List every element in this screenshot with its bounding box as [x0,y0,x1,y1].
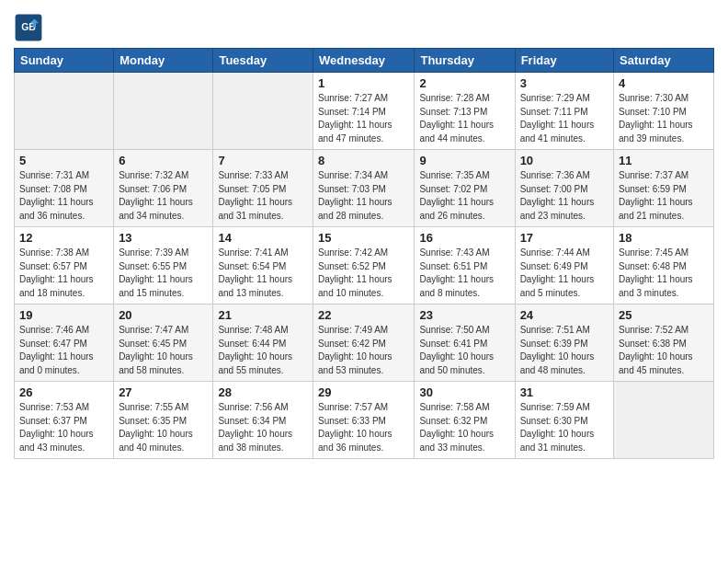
calendar-header-row: SundayMondayTuesdayWednesdayThursdayFrid… [15,49,714,73]
day-number: 10 [520,154,609,167]
calendar-cell: 17Sunrise: 7:44 AM Sunset: 6:49 PM Dayli… [515,227,613,304]
calendar-week-row: 1Sunrise: 7:27 AM Sunset: 7:14 PM Daylig… [15,73,714,150]
day-number: 8 [318,154,409,167]
calendar-cell: 19Sunrise: 7:46 AM Sunset: 6:47 PM Dayli… [15,304,114,382]
day-number: 1 [318,76,409,90]
calendar-cell: 20Sunrise: 7:47 AM Sunset: 6:45 PM Dayli… [114,304,213,382]
calendar-cell: 22Sunrise: 7:49 AM Sunset: 6:42 PM Dayli… [313,304,415,382]
calendar-cell: 7Sunrise: 7:33 AM Sunset: 7:05 PM Daylig… [213,150,313,227]
day-number: 2 [419,76,509,90]
day-number: 3 [520,76,609,90]
calendar-cell: 4Sunrise: 7:30 AM Sunset: 7:10 PM Daylig… [614,73,714,150]
day-number: 20 [119,308,208,322]
calendar-cell: 14Sunrise: 7:41 AM Sunset: 6:54 PM Dayli… [213,227,313,304]
day-info: Sunrise: 7:47 AM Sunset: 6:45 PM Dayligh… [119,324,208,377]
day-info: Sunrise: 7:37 AM Sunset: 6:59 PM Dayligh… [619,169,709,223]
calendar-cell: 1Sunrise: 7:27 AM Sunset: 7:14 PM Daylig… [313,73,415,150]
calendar-cell: 30Sunrise: 7:58 AM Sunset: 6:32 PM Dayli… [415,382,515,459]
calendar-cell: 27Sunrise: 7:55 AM Sunset: 6:35 PM Dayli… [114,382,213,459]
day-info: Sunrise: 7:34 AM Sunset: 7:03 PM Dayligh… [318,169,409,223]
day-info: Sunrise: 7:56 AM Sunset: 6:34 PM Dayligh… [218,401,308,454]
day-number: 22 [318,308,409,322]
calendar-day-header: Saturday [614,49,714,73]
calendar-cell: 24Sunrise: 7:51 AM Sunset: 6:39 PM Dayli… [515,304,613,382]
calendar-day-header: Thursday [415,49,515,73]
calendar-cell [15,73,114,150]
day-number: 29 [318,385,409,399]
calendar-cell: 6Sunrise: 7:32 AM Sunset: 7:06 PM Daylig… [114,150,213,227]
calendar-cell: 10Sunrise: 7:36 AM Sunset: 7:00 PM Dayli… [515,150,613,227]
day-info: Sunrise: 7:57 AM Sunset: 6:33 PM Dayligh… [318,401,409,454]
day-info: Sunrise: 7:49 AM Sunset: 6:42 PM Dayligh… [318,324,409,377]
calendar-cell: 5Sunrise: 7:31 AM Sunset: 7:08 PM Daylig… [15,150,114,227]
day-info: Sunrise: 7:36 AM Sunset: 7:00 PM Dayligh… [520,169,609,223]
calendar-cell [114,73,213,150]
day-info: Sunrise: 7:55 AM Sunset: 6:35 PM Dayligh… [119,401,208,454]
day-number: 13 [119,231,208,245]
calendar-cell: 11Sunrise: 7:37 AM Sunset: 6:59 PM Dayli… [614,150,714,227]
day-info: Sunrise: 7:58 AM Sunset: 6:32 PM Dayligh… [419,401,509,454]
day-number: 4 [619,76,709,90]
calendar-week-row: 5Sunrise: 7:31 AM Sunset: 7:08 PM Daylig… [15,150,714,227]
day-info: Sunrise: 7:38 AM Sunset: 6:57 PM Dayligh… [19,247,108,300]
day-number: 16 [419,231,509,245]
day-number: 9 [419,154,509,167]
day-info: Sunrise: 7:33 AM Sunset: 7:05 PM Dayligh… [218,169,308,223]
day-number: 15 [318,231,409,245]
calendar-cell: 26Sunrise: 7:53 AM Sunset: 6:37 PM Dayli… [15,382,114,459]
day-number: 17 [520,231,609,245]
day-info: Sunrise: 7:31 AM Sunset: 7:08 PM Dayligh… [19,169,108,223]
day-info: Sunrise: 7:41 AM Sunset: 6:54 PM Dayligh… [218,247,308,300]
day-number: 12 [19,231,108,245]
day-info: Sunrise: 7:59 AM Sunset: 6:30 PM Dayligh… [520,401,609,454]
day-info: Sunrise: 7:53 AM Sunset: 6:37 PM Dayligh… [19,401,108,454]
day-number: 11 [619,154,709,167]
calendar-cell: 28Sunrise: 7:56 AM Sunset: 6:34 PM Dayli… [213,382,313,459]
calendar-week-row: 26Sunrise: 7:53 AM Sunset: 6:37 PM Dayli… [15,382,714,459]
day-info: Sunrise: 7:32 AM Sunset: 7:06 PM Dayligh… [119,169,208,223]
calendar-cell: 25Sunrise: 7:52 AM Sunset: 6:38 PM Dayli… [614,304,714,382]
logo-icon: GB [14,13,43,42]
page-header: GB [14,9,714,42]
calendar-week-row: 12Sunrise: 7:38 AM Sunset: 6:57 PM Dayli… [15,227,714,304]
calendar-cell: 12Sunrise: 7:38 AM Sunset: 6:57 PM Dayli… [15,227,114,304]
day-number: 31 [520,385,609,399]
calendar-cell: 9Sunrise: 7:35 AM Sunset: 7:02 PM Daylig… [415,150,515,227]
day-info: Sunrise: 7:27 AM Sunset: 7:14 PM Dayligh… [318,92,409,145]
calendar-cell [213,73,313,150]
calendar-day-header: Friday [515,49,613,73]
calendar-day-header: Sunday [15,49,114,73]
calendar-cell: 23Sunrise: 7:50 AM Sunset: 6:41 PM Dayli… [415,304,515,382]
day-number: 25 [619,308,709,322]
calendar-cell: 2Sunrise: 7:28 AM Sunset: 7:13 PM Daylig… [415,73,515,150]
day-info: Sunrise: 7:44 AM Sunset: 6:49 PM Dayligh… [520,247,609,300]
day-info: Sunrise: 7:45 AM Sunset: 6:48 PM Dayligh… [619,247,709,300]
day-number: 14 [218,231,308,245]
logo: GB [14,13,47,42]
calendar: SundayMondayTuesdayWednesdayThursdayFrid… [14,48,714,459]
day-number: 28 [218,385,308,399]
calendar-cell: 16Sunrise: 7:43 AM Sunset: 6:51 PM Dayli… [415,227,515,304]
calendar-cell: 31Sunrise: 7:59 AM Sunset: 6:30 PM Dayli… [515,382,613,459]
day-info: Sunrise: 7:29 AM Sunset: 7:11 PM Dayligh… [520,92,609,145]
calendar-cell: 29Sunrise: 7:57 AM Sunset: 6:33 PM Dayli… [313,382,415,459]
calendar-cell: 21Sunrise: 7:48 AM Sunset: 6:44 PM Dayli… [213,304,313,382]
calendar-cell: 8Sunrise: 7:34 AM Sunset: 7:03 PM Daylig… [313,150,415,227]
day-info: Sunrise: 7:50 AM Sunset: 6:41 PM Dayligh… [419,324,509,377]
calendar-day-header: Monday [114,49,213,73]
day-info: Sunrise: 7:43 AM Sunset: 6:51 PM Dayligh… [419,247,509,300]
day-number: 27 [119,385,208,399]
calendar-cell: 15Sunrise: 7:42 AM Sunset: 6:52 PM Dayli… [313,227,415,304]
day-number: 30 [419,385,509,399]
day-number: 21 [218,308,308,322]
day-info: Sunrise: 7:52 AM Sunset: 6:38 PM Dayligh… [619,324,709,377]
calendar-cell: 3Sunrise: 7:29 AM Sunset: 7:11 PM Daylig… [515,73,613,150]
day-info: Sunrise: 7:51 AM Sunset: 6:39 PM Dayligh… [520,324,609,377]
day-info: Sunrise: 7:42 AM Sunset: 6:52 PM Dayligh… [318,247,409,300]
day-number: 5 [19,154,108,167]
day-number: 18 [619,231,709,245]
calendar-day-header: Wednesday [313,49,415,73]
calendar-cell: 13Sunrise: 7:39 AM Sunset: 6:55 PM Dayli… [114,227,213,304]
calendar-cell [614,382,714,459]
calendar-cell: 18Sunrise: 7:45 AM Sunset: 6:48 PM Dayli… [614,227,714,304]
